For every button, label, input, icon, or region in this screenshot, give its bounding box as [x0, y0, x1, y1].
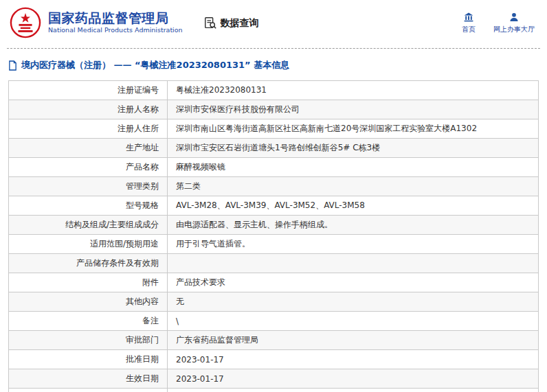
row-label: 有效期至 — [9, 389, 168, 392]
agency-name-en: National Medical Products Administration — [48, 27, 183, 34]
table-row: 有效期至2028-01-16 — [9, 389, 539, 392]
row-label-text: 批准日期 — [126, 354, 159, 364]
row-value — [168, 254, 539, 273]
agency-title-block: 国家药品监督管理局 National Medical Products Admi… — [48, 11, 183, 35]
row-label-text: 审批部门 — [126, 335, 159, 345]
data-query-icon — [203, 16, 217, 30]
row-value: 产品技术要求 — [168, 273, 539, 292]
row-label: 附件 — [9, 273, 168, 292]
agency-name: 国家药品监督管理局 — [48, 11, 183, 26]
table-row: 结构及组成/主要组成成分由电源适配器、显示主机、操作手柄组成。 — [9, 216, 539, 235]
row-value: 用于引导气道插管。 — [168, 235, 539, 254]
row-label-text: 适用范围/预期用途 — [90, 239, 159, 249]
row-label: 生效日期 — [9, 369, 168, 389]
row-label: 注册人住所 — [9, 119, 168, 139]
user-icon — [509, 12, 520, 23]
table-row: 批准日期2023-01-17 — [9, 350, 539, 369]
header-nav: 首页 网上办事大厅 — [462, 12, 537, 34]
row-label: 审批部门 — [9, 331, 168, 350]
table-row: 审批部门广东省药品监督管理局 — [9, 331, 539, 350]
table-row: 型号规格AVL-3M28、AVL-3M39、AVL-3M52、AVL-3M58 — [9, 196, 539, 216]
table-row: 产品储存条件及有效期 — [9, 254, 539, 273]
row-label-text: 生效日期 — [126, 373, 159, 383]
home-icon — [463, 12, 474, 23]
row-label: 批准日期 — [9, 350, 168, 369]
table-row: 附件产品技术要求 — [9, 273, 539, 292]
row-label-text: 注册人住所 — [118, 124, 159, 133]
row-value: 2023-01-17 — [168, 369, 539, 389]
row-value: 深圳市南山区粤海街道高新区社区高新南七道20号深圳国家工程实验室大楼A1302 — [168, 119, 539, 139]
row-label-text: 附件 — [142, 277, 159, 287]
row-label: 产品储存条件及有效期 — [9, 254, 168, 273]
row-value: 深圳市安保医疗科技股份有限公司 — [168, 100, 539, 119]
row-label-text: 产品名称 — [126, 162, 159, 172]
row-label-text: 型号规格 — [126, 200, 159, 210]
row-value: 广东省药品监督管理局 — [168, 331, 539, 350]
row-label-text: 产品储存条件及有效期 — [76, 258, 159, 268]
row-value: 麻醉视频喉镜 — [168, 158, 539, 177]
table-row: 生效日期2023-01-17 — [9, 369, 539, 389]
table-row: 适用范围/预期用途用于引导气道插管。 — [9, 235, 539, 254]
site-header: 国家药品监督管理局 National Medical Products Admi… — [0, 0, 547, 45]
row-value: \ — [168, 312, 539, 331]
row-label-text: 结构及组成/主要组成成分 — [65, 220, 159, 229]
row-label: 结构及组成/主要组成成分 — [9, 216, 168, 235]
nav-home-label: 首页 — [462, 25, 476, 34]
row-label: 备注 — [9, 312, 168, 331]
row-label: 适用范围/预期用途 — [9, 235, 168, 254]
row-label-text: 注册人名称 — [118, 104, 159, 114]
row-label: 生产地址 — [9, 139, 168, 158]
nav-service-hall[interactable]: 网上办事大厅 — [493, 12, 535, 34]
row-label: 注册证编号 — [9, 81, 168, 100]
row-label: 产品名称 — [9, 158, 168, 177]
row-label: 其他内容 — [9, 292, 168, 312]
row-label: 型号规格 — [9, 196, 168, 216]
table-row: 产品名称麻醉视频喉镜 — [9, 158, 539, 177]
row-label-text: 管理类别 — [126, 181, 159, 191]
data-query-label: 数据查询 — [221, 17, 259, 30]
row-label-text: 注册证编号 — [118, 85, 159, 95]
info-table: 注册证编号粤械注准20232080131注册人名称深圳市安保医疗科技股份有限公司… — [8, 80, 539, 392]
row-value: 深圳市宝安区石岩街道塘头1号路创维创新谷5# C栋3楼 — [168, 139, 539, 158]
table-row: 注册证编号粤械注准20232080131 — [9, 81, 539, 100]
row-label: 管理类别 — [9, 177, 168, 196]
table-row: 备注\ — [9, 312, 539, 331]
row-label-text: 其他内容 — [126, 297, 159, 306]
nav-home[interactable]: 首页 — [462, 12, 476, 34]
table-row: 管理类别第二类 — [9, 177, 539, 196]
row-value: 2028-01-16 — [168, 389, 539, 392]
row-value: 第二类 — [168, 177, 539, 196]
nav-service-hall-label: 网上办事大厅 — [493, 25, 535, 34]
info-table-body: 注册证编号粤械注准20232080131注册人名称深圳市安保医疗科技股份有限公司… — [9, 81, 539, 392]
row-value: 粤械注准20232080131 — [168, 81, 539, 100]
table-row: 注册人名称深圳市安保医疗科技股份有限公司 — [9, 100, 539, 119]
table-row: 生产地址深圳市宝安区石岩街道塘头1号路创维创新谷5# C栋3楼 — [9, 139, 539, 158]
row-label-text: 生产地址 — [126, 143, 159, 152]
table-row: 注册人住所深圳市南山区粤海街道高新区社区高新南七道20号深圳国家工程实验室大楼A… — [9, 119, 539, 139]
row-value: 由电源适配器、显示主机、操作手柄组成。 — [168, 216, 539, 235]
national-emblem-icon — [10, 7, 41, 38]
row-value: 无 — [168, 292, 539, 312]
row-label-text: 备注 — [142, 316, 159, 325]
table-row: 其他内容无 — [9, 292, 539, 312]
row-value: 2023-01-17 — [168, 350, 539, 369]
data-query-section: 数据查询 — [203, 16, 259, 30]
row-label: 注册人名称 — [9, 100, 168, 119]
page-title-text: 境内医疗器械（注册） —— “粤械注准20232080131” 基本信息 — [21, 59, 289, 71]
document-icon — [8, 60, 17, 71]
page-title: 境内医疗器械（注册） —— “粤械注准20232080131” 基本信息 — [0, 49, 547, 80]
row-value: AVL-3M28、AVL-3M39、AVL-3M52、AVL-3M58 — [168, 196, 539, 216]
